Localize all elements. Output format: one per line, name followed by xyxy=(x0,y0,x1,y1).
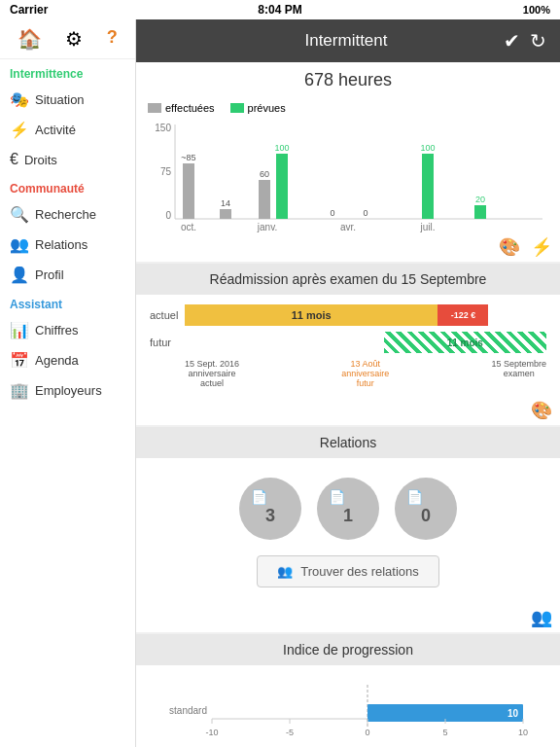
legend-green-box xyxy=(230,103,244,113)
gantt-bar-red: -122 € xyxy=(438,304,488,326)
sidebar-item-chiffres[interactable]: 📊 Chiffres xyxy=(0,315,135,345)
sidebar-label-recherche: Recherche xyxy=(35,207,96,222)
trouver-relations-button[interactable]: 👥 Trouver des relations xyxy=(257,555,439,587)
agenda-icon: 📅 xyxy=(10,351,29,370)
sidebar-label-employeurs: Employeurs xyxy=(35,383,102,398)
svg-text:0: 0 xyxy=(330,208,334,218)
svg-text:5: 5 xyxy=(442,728,447,737)
relations-footer: 👥 xyxy=(136,605,560,632)
readmission-header: Réadmission après examen du 15 Septembre xyxy=(136,264,560,295)
svg-rect-11 xyxy=(276,154,288,219)
legend-prevues-label: prévues xyxy=(248,102,286,114)
readmission-section: Réadmission après examen du 15 Septembre… xyxy=(136,264,560,425)
svg-text:-10: -10 xyxy=(205,728,218,737)
sidebar-item-droits[interactable]: € Droits xyxy=(0,145,135,174)
svg-rect-15 xyxy=(422,154,434,219)
svg-text:60: 60 xyxy=(260,169,269,179)
relations-group-icon[interactable]: 👥 xyxy=(531,608,552,627)
gantt-row-actuel: actuel 11 mois -122 € xyxy=(150,304,546,326)
circle-doc-icon-1: 📄 xyxy=(251,489,267,505)
svg-rect-9 xyxy=(259,180,270,219)
chart-legend: effectuées prévues xyxy=(148,102,548,114)
circle-count-1: 3 xyxy=(265,506,275,526)
sidebar-item-activite[interactable]: ⚡ Activité xyxy=(0,115,135,145)
gantt-label-actuel: actuel xyxy=(150,309,185,321)
gantt-label-futur: futur xyxy=(150,337,185,348)
legend-effectuees: effectuées xyxy=(148,102,215,114)
readmission-body: actuel 11 mois -122 € futur xyxy=(136,295,560,398)
gantt-bars-actuel: 11 mois -122 € xyxy=(185,304,546,326)
chart-area: effectuées prévues 150 75 0 xyxy=(136,94,560,234)
recherche-icon: 🔍 xyxy=(10,205,29,224)
readmission-footer: 🎨 xyxy=(136,398,560,425)
main-content: Intermittent ✔ ↻ 678 heures effectuées xyxy=(136,19,560,747)
svg-rect-5 xyxy=(183,163,194,219)
legend-grey-box xyxy=(148,103,161,113)
home-icon[interactable]: 🏠 xyxy=(18,27,42,51)
header-title: Intermittent xyxy=(304,31,387,51)
sidebar-item-agenda[interactable]: 📅 Agenda xyxy=(0,345,135,375)
sidebar-top-icons: 🏠 ⚙ ? xyxy=(0,19,135,59)
bolt-icon[interactable]: ⚡ xyxy=(531,237,552,257)
date-sept-2016: 15 Sept. 2016 anniversaire actuel xyxy=(185,359,239,388)
sidebar-item-situation[interactable]: 🎭 Situation xyxy=(0,85,135,115)
svg-text:standard: standard xyxy=(169,705,207,716)
help-icon[interactable]: ? xyxy=(107,27,118,51)
relation-circle-0: 📄 0 xyxy=(395,478,457,540)
svg-text:100: 100 xyxy=(274,143,289,153)
status-bar: Carrier 8:04 PM 100% xyxy=(0,0,560,19)
legend-prevues: prévues xyxy=(230,102,286,114)
relations-section: Relations 📄 3 📄 1 📄 0 xyxy=(136,427,560,632)
settings-icon[interactable]: ⚙ xyxy=(65,27,83,51)
svg-rect-7 xyxy=(220,209,231,219)
svg-text:~85: ~85 xyxy=(181,153,195,162)
sidebar-item-relations[interactable]: 👥 Relations xyxy=(0,230,135,260)
hours-title: 678 heures xyxy=(136,62,560,94)
sidebar-item-profil[interactable]: 👤 Profil xyxy=(0,260,135,290)
hours-section: 678 heures effectuées prévues xyxy=(136,62,560,262)
svg-text:-5: -5 xyxy=(286,728,294,737)
progression-header: Indice de progression xyxy=(136,634,560,665)
gantt-bars-futur: 11 mois xyxy=(185,332,546,353)
sidebar-item-employeurs[interactable]: 🏢 Employeurs xyxy=(0,375,135,406)
sidebar: 🏠 ⚙ ? Intermittence 🎭 Situation ⚡ Activi… xyxy=(0,19,136,747)
circle-count-3: 0 xyxy=(421,506,431,526)
progression-svg: standard 10 -10 -5 0 5 10 xyxy=(148,675,548,743)
svg-text:avr.: avr. xyxy=(340,222,356,232)
svg-text:juil.: juil. xyxy=(419,222,435,232)
sidebar-label-profil: Profil xyxy=(35,267,64,282)
chiffres-icon: 📊 xyxy=(10,321,29,339)
sidebar-label-chiffres: Chiffres xyxy=(35,323,79,338)
trouver-label: Trouver des relations xyxy=(300,564,419,579)
profil-icon: 👤 xyxy=(10,266,29,284)
trouver-icon: 👥 xyxy=(277,564,293,579)
check-icon[interactable]: ✔ xyxy=(504,29,520,53)
svg-text:150: 150 xyxy=(155,123,171,133)
gantt-bar-green-stripe: 11 mois xyxy=(384,332,546,353)
gantt-dates: 15 Sept. 2016 anniversaire actuel 13 Aoû… xyxy=(150,359,546,388)
carrier-label: Carrier xyxy=(10,3,48,17)
relations-icon: 👥 xyxy=(10,235,29,254)
svg-text:20: 20 xyxy=(475,195,485,204)
svg-text:0: 0 xyxy=(363,208,368,218)
chart-footer-icons: 🎨 ⚡ xyxy=(136,234,560,262)
scroll-area[interactable]: 678 heures effectuées prévues xyxy=(136,62,560,747)
relations-header: Relations xyxy=(136,427,560,458)
time-label: 8:04 PM xyxy=(258,3,301,17)
progression-section: Indice de progression standard xyxy=(136,634,560,747)
sidebar-item-recherche[interactable]: 🔍 Recherche xyxy=(0,199,135,230)
svg-text:10: 10 xyxy=(518,728,528,737)
refresh-icon[interactable]: ↻ xyxy=(530,29,546,53)
svg-text:janv.: janv. xyxy=(257,222,277,232)
employeurs-icon: 🏢 xyxy=(10,381,29,400)
palette-icon[interactable]: 🎨 xyxy=(499,237,520,257)
activite-icon: ⚡ xyxy=(10,121,29,139)
relations-circles: 📄 3 📄 1 📄 0 xyxy=(239,466,457,551)
situation-icon: 🎭 xyxy=(10,90,29,109)
svg-text:100: 100 xyxy=(420,143,435,153)
date-aout: 13 Août anniversaire futur xyxy=(341,359,389,388)
readmission-palette-icon[interactable]: 🎨 xyxy=(531,401,552,420)
section-label-assistant: Assistant xyxy=(0,290,135,315)
svg-text:oct.: oct. xyxy=(181,222,196,232)
sidebar-label-relations: Relations xyxy=(35,237,88,252)
